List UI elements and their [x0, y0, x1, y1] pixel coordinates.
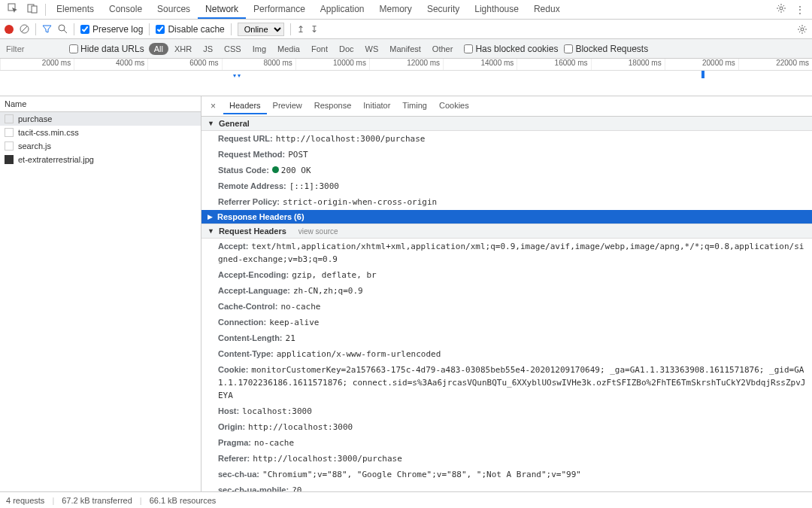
panel-tab-console[interactable]: Console	[102, 1, 150, 19]
settings-gear-icon[interactable]	[771, 0, 791, 19]
request-row[interactable]: et-extraterrestrial.jpg	[0, 153, 201, 166]
panel-tab-application[interactable]: Application	[313, 1, 372, 19]
status-requests: 4 requests	[6, 496, 44, 505]
detail-tab-cookies[interactable]: Cookies	[433, 98, 475, 114]
timeline-marker	[701, 71, 704, 78]
type-filter-js[interactable]: JS	[198, 43, 218, 55]
header-row: Referer:http://localhost:3000/purchase	[201, 451, 812, 467]
type-filter-img[interactable]: Img	[247, 43, 271, 55]
header-row: Remote Address:[::1]:3000	[201, 178, 812, 194]
view-source-link[interactable]: view source	[298, 227, 338, 236]
panel-tab-memory[interactable]: Memory	[372, 1, 420, 19]
filter-toggle-icon[interactable]	[42, 24, 52, 34]
preserve-log-checkbox[interactable]: Preserve log	[80, 24, 143, 35]
request-row[interactable]: tacit-css.min.css	[0, 126, 201, 139]
has-blocked-cookies-checkbox[interactable]: Has blocked cookies	[464, 44, 558, 54]
status-resources: 66.1 kB resources	[150, 496, 217, 505]
svg-rect-2	[32, 6, 37, 13]
detail-tab-preview[interactable]: Preview	[267, 98, 308, 114]
request-name: search.js	[18, 141, 51, 151]
svg-line-5	[22, 26, 27, 32]
network-toolbar: Preserve log Disable cache Online ↥ ↧	[0, 20, 812, 39]
detail-tab-response[interactable]: Response	[308, 98, 358, 114]
import-har-icon[interactable]: ↥	[297, 24, 304, 35]
request-name: purchase	[18, 114, 52, 123]
request-list: Name purchasetacit-css.min.csssearch.jse…	[0, 96, 201, 491]
request-row[interactable]: purchase	[0, 112, 201, 126]
status-bar: 4 requests| 67.2 kB transferred| 66.1 kB…	[0, 491, 812, 508]
svg-point-3	[780, 7, 783, 10]
header-row: Cache-Control:no-cache	[201, 299, 812, 315]
clear-button[interactable]	[20, 24, 29, 34]
header-row: Request Method:POST	[201, 147, 812, 163]
search-icon[interactable]	[58, 24, 68, 34]
devtools-top-tabbar: ElementsConsoleSourcesNetworkPerformance…	[0, 0, 812, 20]
detail-tab-timing[interactable]: Timing	[396, 98, 433, 114]
header-row: sec-ch-ua-mobile:?0	[201, 482, 812, 491]
svg-point-6	[59, 25, 65, 31]
headers-panel: ▼General Request URL:http://localhost:30…	[201, 117, 812, 491]
header-row: Pragma:no-cache	[201, 435, 812, 451]
more-vert-icon[interactable]: ⋮	[791, 2, 809, 18]
panel-tab-lighthouse[interactable]: Lighthouse	[467, 1, 526, 19]
header-row: Referrer Policy:strict-origin-when-cross…	[201, 194, 812, 210]
header-row: Accept:text/html,application/xhtml+xml,a…	[201, 239, 812, 267]
type-filter-all[interactable]: All	[149, 43, 168, 55]
panel-tab-sources[interactable]: Sources	[150, 1, 198, 19]
request-headers-section-header[interactable]: ▼Request Headersview source	[201, 224, 812, 239]
close-details-icon[interactable]: ×	[205, 99, 222, 113]
request-name: tacit-css.min.css	[18, 128, 79, 137]
hide-data-urls-checkbox[interactable]: Hide data URLs	[69, 44, 144, 54]
general-section-header[interactable]: ▼General	[201, 117, 812, 131]
filter-input[interactable]	[3, 43, 63, 55]
header-row: Host:localhost:3000	[201, 403, 812, 419]
type-filter-media[interactable]: Media	[272, 43, 305, 55]
panel-tab-security[interactable]: Security	[420, 1, 467, 19]
type-filter-font[interactable]: Font	[306, 43, 333, 55]
header-row: Connection:keep-alive	[201, 315, 812, 330]
detail-tabs: × HeadersPreviewResponseInitiatorTimingC…	[201, 96, 812, 117]
header-row: sec-ch-ua:"Chromium";v="88", "Google Chr…	[201, 467, 812, 482]
request-name: et-extraterrestrial.jpg	[18, 155, 94, 164]
type-filter-other[interactable]: Other	[427, 43, 459, 55]
type-filter-ws[interactable]: WS	[360, 43, 384, 55]
file-icon	[5, 128, 14, 137]
status-transferred: 67.2 kB transferred	[62, 496, 132, 505]
detail-tab-initiator[interactable]: Initiator	[357, 98, 396, 114]
panel-tab-elements[interactable]: Elements	[49, 1, 102, 19]
panel-tab-network[interactable]: Network	[198, 1, 246, 19]
file-icon	[5, 141, 14, 151]
header-row: Cookie:monitorCustomerKey=2a157663-175c-…	[201, 362, 812, 403]
timeline-marker: ▾ ▾	[233, 72, 241, 79]
header-row: Content-Type:application/x-www-form-urle…	[201, 346, 812, 362]
header-row: Request URL:http://localhost:3000/purcha…	[201, 131, 812, 147]
inspect-icon[interactable]	[3, 0, 23, 19]
header-row: Accept-Language:zh-CN,zh;q=0.9	[201, 283, 812, 299]
header-row: Content-Length:21	[201, 330, 812, 346]
export-har-icon[interactable]: ↧	[311, 24, 318, 35]
svg-line-7	[64, 30, 67, 33]
header-row: Status Code:200 OK	[201, 163, 812, 178]
type-filter-manifest[interactable]: Manifest	[384, 43, 426, 55]
file-icon	[5, 155, 14, 164]
disable-cache-checkbox[interactable]: Disable cache	[156, 24, 224, 35]
file-icon	[5, 114, 14, 123]
response-headers-section-header[interactable]: ▶Response Headers (6)	[201, 210, 812, 224]
header-row: Origin:http://localhost:3000	[201, 419, 812, 435]
request-row[interactable]: search.js	[0, 139, 201, 153]
svg-point-8	[801, 28, 804, 31]
record-button[interactable]	[5, 25, 14, 34]
network-settings-gear-icon[interactable]	[797, 24, 807, 35]
type-filter-xhr[interactable]: XHR	[169, 43, 197, 55]
header-row: Accept-Encoding:gzip, deflate, br	[201, 267, 812, 283]
device-toggle-icon[interactable]	[23, 0, 42, 19]
type-filter-doc[interactable]: Doc	[334, 43, 359, 55]
blocked-requests-checkbox[interactable]: Blocked Requests	[564, 44, 648, 54]
name-column-header[interactable]: Name	[0, 96, 201, 112]
throttling-select[interactable]: Online	[238, 23, 284, 36]
panel-tab-performance[interactable]: Performance	[246, 1, 313, 19]
timeline-overview[interactable]: 2000 ms4000 ms6000 ms8000 ms10000 ms1200…	[0, 59, 812, 96]
panel-tab-redux[interactable]: Redux	[526, 1, 568, 19]
detail-tab-headers[interactable]: Headers	[223, 98, 267, 114]
type-filter-css[interactable]: CSS	[219, 43, 247, 55]
